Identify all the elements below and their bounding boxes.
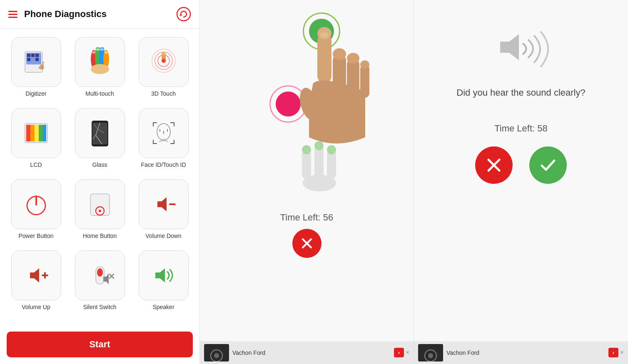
svg-rect-29 (43, 125, 46, 141)
svg-point-70 (314, 141, 324, 150)
lcd-icon-box (11, 108, 61, 158)
faceid-icon (149, 119, 178, 148)
multitouch-label: Multi-touch (85, 90, 114, 97)
app-title: Phone Diagnostics (24, 9, 169, 20)
grid-item-silentswitch[interactable]: Silent Switch (70, 250, 129, 317)
svg-rect-26 (30, 125, 35, 141)
grid-item-speaker[interactable]: Speaker (134, 250, 193, 317)
3dtouch-label: 3D Touch (151, 90, 176, 97)
grid-item-glass[interactable]: Glass (70, 108, 129, 174)
3dtouch-icon (149, 47, 178, 77)
grid-item-multitouch[interactable]: Multi-touch (70, 37, 129, 103)
answer-buttons (475, 146, 567, 184)
svg-point-21 (162, 52, 166, 55)
lcd-label: LCD (30, 161, 42, 168)
svg-rect-28 (39, 125, 43, 141)
ad-bar-middle: Vachon Ford › ✕ (200, 341, 414, 364)
svg-point-14 (92, 51, 96, 54)
glass-label: Glass (92, 161, 107, 168)
silentswitch-icon (85, 261, 115, 290)
x-icon-middle (299, 236, 314, 251)
lcd-icon (22, 119, 51, 148)
grid-item-faceid[interactable]: Face ID/Touch ID (134, 108, 193, 174)
app-header: Phone Diagnostics (0, 0, 199, 29)
no-button[interactable] (475, 146, 513, 184)
grid-item-digitizer[interactable]: Digitizer (7, 37, 65, 103)
volumeup-icon (22, 261, 51, 290)
digitizer-icon-box (11, 37, 61, 87)
ad-cta-middle[interactable]: › ✕ (394, 348, 409, 357)
grid-item-powerbutton[interactable]: Power Button (7, 179, 65, 245)
digitizer-label: Digitizer (25, 90, 47, 97)
yes-button[interactable] (529, 146, 567, 184)
hamburger-menu[interactable] (8, 11, 17, 18)
ad-content-right: Vachon Ford › ✕ (414, 344, 628, 362)
multitouch-icon (85, 47, 115, 77)
svg-point-72 (327, 145, 336, 154)
glass-icon-box (75, 108, 125, 158)
right-panel: Did you hear the sound clearly? Time Lef… (414, 0, 628, 364)
grid-item-3dtouch[interactable]: 3D Touch (134, 37, 193, 103)
digitizer-icon (22, 47, 51, 77)
svg-point-84 (428, 353, 433, 358)
ad-bar-right: Vachon Ford › ✕ (414, 341, 628, 364)
silentswitch-label: Silent Switch (83, 304, 116, 310)
silentswitch-icon-box (75, 250, 125, 300)
svg-point-64 (360, 60, 369, 69)
sound-question: Did you hear the sound clearly? (456, 87, 585, 98)
ad-arrow-right: › (608, 348, 618, 357)
middle-panel: Time Left: 56 Vachon Ford › (200, 0, 414, 364)
volumeup-icon-box (11, 250, 61, 300)
ad-content-middle: Vachon Ford › ✕ (200, 344, 414, 362)
faceid-label: Face ID/Touch ID (141, 161, 186, 168)
left-panel: Phone Diagnostics (0, 0, 200, 364)
volumedown-icon-box (139, 179, 189, 229)
touch-illustration (236, 8, 378, 208)
homebutton-label: Home Button (83, 233, 117, 239)
svg-rect-57 (317, 33, 331, 83)
svg-point-13 (91, 64, 109, 74)
svg-point-66 (320, 32, 329, 38)
glass-icon (85, 119, 115, 148)
grid-item-lcd[interactable]: LCD (7, 108, 65, 174)
grid-item-volumedown[interactable]: Volume Down (134, 179, 193, 245)
speaker-grid-icon (149, 261, 178, 290)
svg-rect-5 (35, 54, 39, 57)
svg-rect-76 (204, 344, 229, 362)
svg-rect-8 (35, 58, 39, 61)
svg-point-0 (177, 7, 190, 21)
svg-point-78 (214, 353, 219, 358)
svg-point-16 (100, 48, 104, 51)
three-finger-icon (299, 141, 340, 196)
svg-point-45 (99, 210, 101, 212)
homebutton-icon (85, 190, 115, 219)
powerbutton-icon-box (11, 179, 61, 229)
speaker-icon-box (139, 250, 189, 300)
speaker-label: Speaker (152, 304, 174, 310)
start-button[interactable]: Start (7, 332, 193, 357)
ad-thumbnail-middle (204, 344, 229, 362)
svg-rect-27 (35, 125, 39, 141)
right-time-left: Time Left: 58 (494, 123, 548, 134)
svg-point-22 (162, 59, 166, 63)
svg-rect-4 (31, 54, 35, 57)
ad-arrow-middle: › (394, 348, 404, 357)
svg-point-60 (333, 48, 346, 60)
x-icon-right (484, 156, 503, 175)
svg-rect-3 (27, 54, 30, 57)
speaker-sound-icon (483, 25, 558, 75)
ad-image-right (418, 344, 443, 362)
svg-rect-7 (31, 58, 35, 61)
volumedown-label: Volume Down (145, 233, 181, 239)
middle-time-left: Time Left: 56 (280, 212, 334, 223)
homebutton-icon-box (75, 179, 125, 229)
volumedown-icon (149, 190, 178, 219)
svg-rect-69 (314, 146, 324, 178)
ad-thumbnail-right (418, 344, 443, 362)
ad-cta-right[interactable]: › ✕ (608, 348, 624, 357)
check-icon-right (538, 156, 558, 175)
grid-item-volumeup[interactable]: Volume Up (7, 250, 65, 317)
grid-item-homebutton[interactable]: Home Button (70, 179, 129, 245)
fail-button-middle[interactable] (292, 229, 321, 258)
refresh-icon[interactable] (176, 7, 191, 22)
